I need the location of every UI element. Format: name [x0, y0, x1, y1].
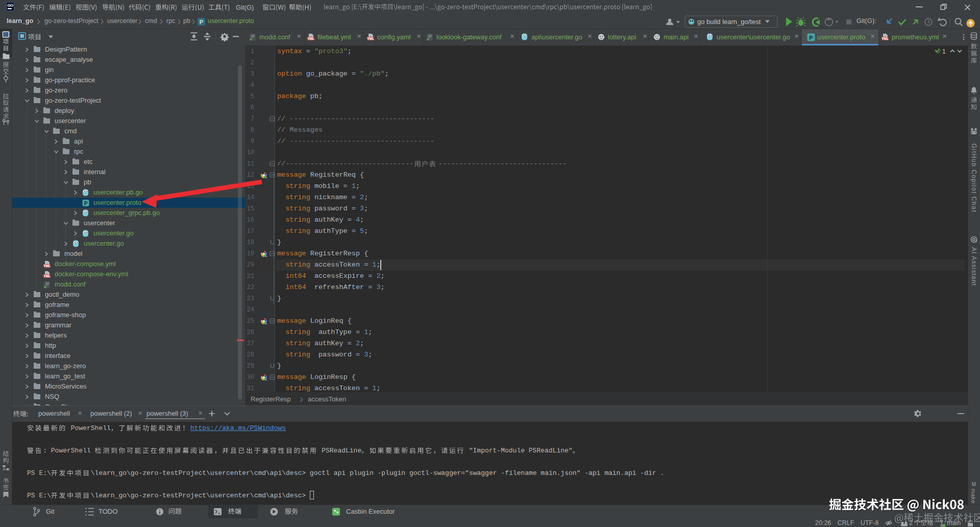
svg-text:YML: YML [307, 37, 314, 40]
svg-text:YML: YML [43, 274, 51, 278]
svg-text:YML: YML [367, 37, 374, 40]
svg-text:P: P [84, 201, 88, 206]
svg-text:YML: YML [43, 264, 51, 268]
svg-text:YML: YML [881, 37, 889, 40]
svg-text:P: P [809, 35, 813, 41]
